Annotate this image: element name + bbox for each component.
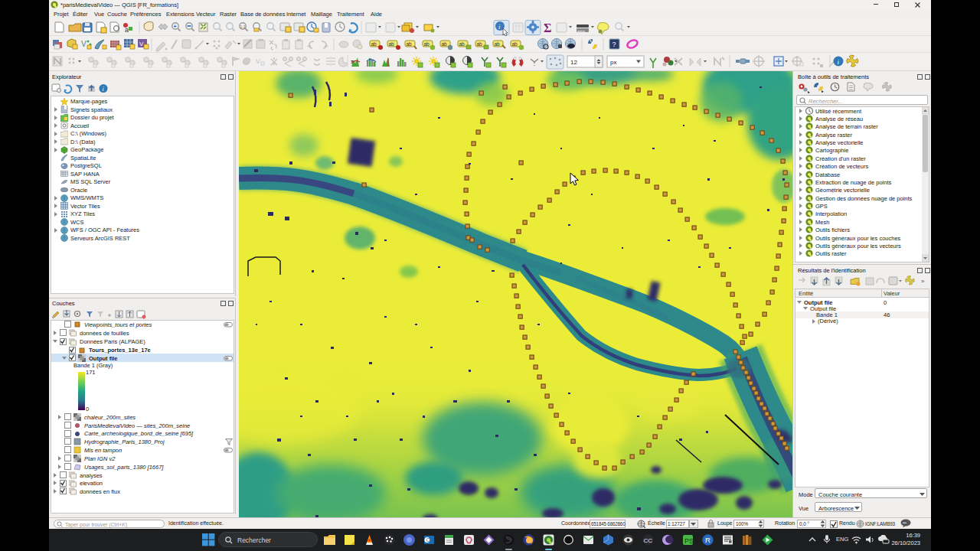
svg-text:CC: CC bbox=[644, 537, 653, 544]
svg-text:Σ: Σ bbox=[544, 21, 551, 34]
svg-text:1:1: 1:1 bbox=[240, 24, 246, 29]
svg-text:ab: ab bbox=[512, 41, 518, 47]
svg-text:•••: ••• bbox=[903, 521, 906, 525]
svg-text:ab: ab bbox=[389, 41, 395, 47]
svg-text:ab: ab bbox=[371, 41, 377, 47]
svg-text:ab: ab bbox=[407, 41, 413, 47]
svg-text:ab: ab bbox=[442, 41, 448, 47]
svg-text:O: O bbox=[426, 537, 431, 543]
svg-text:PS: PS bbox=[684, 537, 694, 545]
svg-text:a: a bbox=[125, 26, 129, 34]
svg-text:?: ? bbox=[612, 41, 616, 48]
svg-text:mmm: mmm bbox=[577, 29, 586, 33]
svg-text:ab: ab bbox=[477, 41, 483, 47]
svg-text:ab: ab bbox=[424, 41, 430, 47]
svg-text:12: 12 bbox=[570, 59, 577, 66]
svg-text:V: V bbox=[256, 57, 260, 65]
svg-text:ab: ab bbox=[495, 41, 501, 47]
svg-text:V: V bbox=[81, 40, 87, 48]
svg-text:ab: ab bbox=[459, 41, 466, 47]
svg-text:+: + bbox=[174, 24, 177, 29]
svg-text:px: px bbox=[610, 59, 616, 66]
svg-text:i: i bbox=[103, 86, 104, 93]
svg-text:»: » bbox=[921, 278, 925, 285]
svg-text:V: V bbox=[139, 41, 144, 47]
svg-text:R: R bbox=[705, 536, 710, 544]
